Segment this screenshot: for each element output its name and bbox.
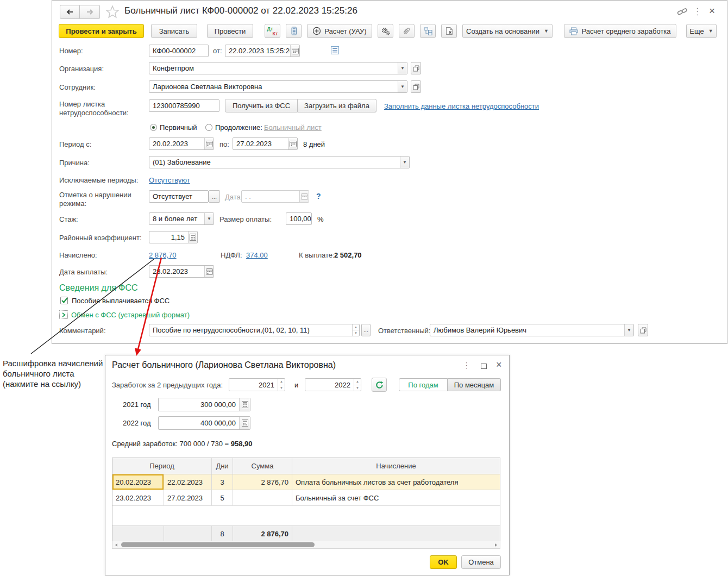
dt-kt-postings-button[interactable]: Дт Кт: [265, 24, 280, 38]
scroll-left-icon[interactable]: [112, 541, 120, 548]
document-date-field[interactable]: 22.02.2023 15:25:26: [225, 45, 300, 57]
help-icon[interactable]: ?: [316, 192, 321, 201]
dropdown-icon[interactable]: ▼: [398, 62, 407, 74]
scrollbar-track[interactable]: [120, 541, 492, 548]
cell-days[interactable]: 3: [212, 474, 233, 490]
structure-button[interactable]: [420, 24, 436, 38]
col-sum[interactable]: Сумма: [233, 458, 292, 474]
reason-field[interactable]: (01) Заболевание ▼: [149, 156, 410, 168]
back-button[interactable]: [60, 5, 80, 19]
history-list-icon[interactable]: [331, 46, 339, 54]
period-from-field[interactable]: 20.02.2023: [149, 137, 214, 150]
year1-amount-field[interactable]: 300 000,00: [158, 398, 250, 411]
responsible-open-button[interactable]: [638, 324, 648, 336]
load-from-file-button[interactable]: Загрузить из файла: [298, 99, 376, 112]
cell-days[interactable]: 5: [212, 490, 233, 505]
cell-period-from[interactable]: 20.02.2023: [112, 474, 164, 490]
col-period[interactable]: Период: [112, 458, 212, 474]
excluded-periods-link[interactable]: Отсутствуют: [149, 176, 190, 184]
attachments-button[interactable]: [399, 24, 415, 38]
accrued-amount-link[interactable]: 2 876,70: [149, 251, 177, 259]
dialog-maximize-icon[interactable]: [481, 364, 487, 369]
sick-list-number-field[interactable]: 123000785990: [149, 99, 219, 112]
get-link-icon[interactable]: [677, 8, 688, 16]
post-and-close-button[interactable]: Провести и закрыть: [59, 24, 144, 38]
cancel-button[interactable]: Отмена: [461, 555, 501, 569]
window-more-icon[interactable]: ∙∙∙: [696, 7, 699, 16]
employee-open-button[interactable]: [411, 80, 421, 93]
organization-field[interactable]: Конфетпром ▼: [149, 62, 407, 74]
violation-select-button[interactable]: ...: [209, 190, 220, 203]
fss-paid-checkbox[interactable]: [60, 297, 68, 304]
comment-field[interactable]: Пособие по нетрудоспособности,(01, 02, 1…: [149, 324, 360, 336]
dropdown-icon[interactable]: ▼: [624, 324, 633, 336]
calendar-icon[interactable]: [204, 138, 214, 149]
violation-date-field[interactable]: . .: [241, 190, 309, 203]
col-accrual[interactable]: Начисление: [292, 458, 500, 474]
cell-accrual[interactable]: Больничный за счет ФСС: [292, 490, 500, 505]
by-months-toggle[interactable]: По месяцам: [448, 378, 501, 391]
year-from-spinner[interactable]: ▲▼: [278, 379, 285, 391]
dropdown-icon[interactable]: ▼: [400, 156, 409, 168]
scroll-right-icon[interactable]: [492, 541, 500, 548]
fss-exchange-expander[interactable]: [59, 310, 68, 319]
calculator-icon[interactable]: [188, 231, 197, 243]
organization-open-button[interactable]: [411, 62, 421, 74]
number-field[interactable]: КФ00-000002: [149, 45, 209, 57]
continuation-radio[interactable]: [205, 124, 212, 131]
get-from-fss-button[interactable]: Получить из ФСС: [225, 99, 298, 112]
clear-document-button[interactable]: [441, 24, 457, 38]
table-row[interactable]: 23.02.2023 27.02.2023 5 Больничный за сч…: [112, 490, 500, 506]
dialog-close-icon[interactable]: ×: [496, 359, 502, 371]
refresh-button[interactable]: [372, 378, 387, 392]
calendar-icon[interactable]: [204, 266, 214, 277]
pay-date-field[interactable]: 28.02.2023: [149, 265, 214, 278]
settings-button[interactable]: [378, 24, 393, 38]
dropdown-icon[interactable]: ▼: [398, 81, 407, 92]
register-records-button[interactable]: [286, 24, 302, 38]
table-row[interactable]: 20.02.2023 22.02.2023 3 2 876,70 Оплата …: [112, 474, 500, 490]
cell-period-from[interactable]: 23.02.2023: [112, 490, 164, 505]
period-to-field[interactable]: 27.02.2023: [233, 137, 298, 150]
primary-radio[interactable]: [150, 124, 157, 131]
comment-more-button[interactable]: ...: [361, 324, 371, 336]
horizontal-scrollbar[interactable]: [112, 541, 500, 549]
cell-sum[interactable]: [233, 490, 292, 505]
favorite-star-icon[interactable]: [105, 5, 120, 18]
ndfl-amount-link[interactable]: 374.00: [246, 251, 268, 259]
pay-rate-field[interactable]: 100,00: [286, 212, 312, 225]
window-close-icon[interactable]: ×: [709, 5, 715, 17]
calendar-icon[interactable]: [288, 138, 297, 149]
scrollbar-thumb[interactable]: [121, 542, 315, 547]
more-button[interactable]: Еще▼: [686, 24, 717, 38]
col-days[interactable]: Дни: [212, 458, 233, 474]
comment-spinner[interactable]: ▲▼: [352, 324, 359, 336]
calendar-icon[interactable]: [290, 45, 299, 57]
table-empty-row[interactable]: [112, 506, 500, 526]
district-coef-field[interactable]: 1,15: [149, 231, 198, 243]
year2-amount-field[interactable]: 400 000,00: [158, 416, 250, 430]
by-years-toggle[interactable]: По годам: [399, 378, 448, 391]
calendar-icon[interactable]: [299, 191, 309, 202]
violation-field[interactable]: Отсутствует: [149, 190, 209, 203]
save-button[interactable]: Записать: [151, 24, 197, 38]
fill-sick-list-data-link[interactable]: Заполнить данные листка нетрудоспособнос…: [384, 102, 539, 110]
fss-exchange-group-label[interactable]: Обмен с ФСС (устаревший формат): [71, 311, 190, 319]
cell-period-to[interactable]: 22.02.2023: [164, 474, 212, 490]
continuation-document-link[interactable]: Больничный лист: [264, 123, 322, 132]
avg-earnings-report-button[interactable]: Расчет среднего заработка: [564, 24, 676, 38]
cell-accrual[interactable]: Оплата больничных листов за счет работод…: [292, 474, 500, 490]
create-based-on-button[interactable]: Создать на основании▼: [462, 24, 553, 38]
calculator-icon[interactable]: [239, 417, 250, 429]
year-to-field[interactable]: 2022 ▲▼: [305, 378, 361, 391]
post-button[interactable]: Провести: [207, 24, 253, 38]
calc-uau-button[interactable]: Расчет (УАУ): [307, 24, 372, 38]
responsible-field[interactable]: Любимов Валерий Юрьевич ▼: [430, 324, 634, 336]
employee-field[interactable]: Ларионова Светлана Викторовна ▼: [149, 80, 407, 93]
year-from-field[interactable]: 2021 ▲▼: [229, 378, 285, 391]
year-to-spinner[interactable]: ▲▼: [354, 379, 361, 391]
dropdown-icon[interactable]: ▼: [204, 213, 214, 224]
ok-button[interactable]: OK: [430, 555, 457, 569]
cell-period-to[interactable]: 27.02.2023: [164, 490, 212, 505]
forward-button[interactable]: [80, 5, 100, 19]
